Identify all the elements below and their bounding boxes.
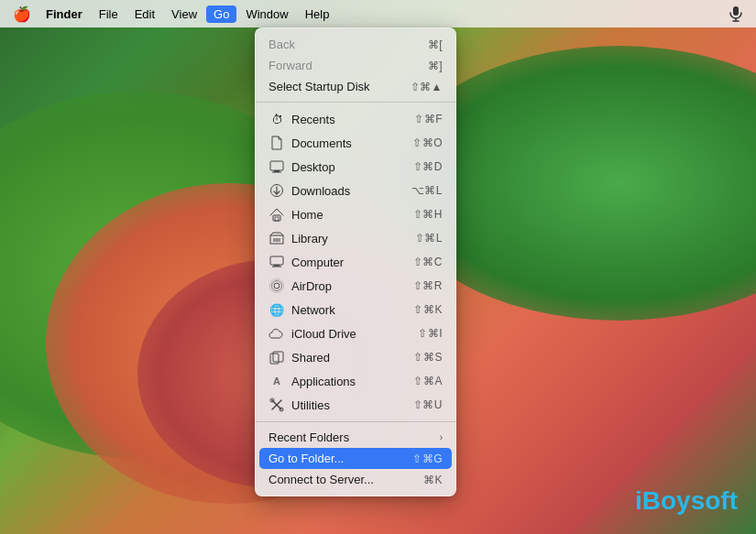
desktop-icon: [268, 158, 285, 175]
menu-item-computer[interactable]: Computer ⇧⌘C: [256, 250, 455, 274]
edit-menu[interactable]: Edit: [127, 5, 162, 23]
menu-item-library[interactable]: Library ⇧⌘L: [256, 226, 455, 250]
back-shortcut: ⌘[: [428, 38, 443, 51]
finder-menu[interactable]: Finder: [38, 5, 90, 23]
applications-icon: A: [268, 373, 285, 389]
menu-item-documents[interactable]: Documents ⇧⌘O: [256, 131, 455, 155]
svg-rect-0: [733, 6, 739, 16]
menu-item-shared[interactable]: Shared ⇧⌘S: [256, 345, 455, 369]
divider-1: [256, 102, 455, 103]
home-shortcut: ⇧⌘H: [413, 208, 443, 221]
view-menu[interactable]: View: [164, 5, 204, 23]
svg-rect-9: [275, 217, 279, 221]
menu-item-home[interactable]: Home ⇧⌘H: [256, 202, 455, 226]
connect-server-shortcut: ⌘K: [423, 474, 443, 486]
menu-section-navigation: Back ⌘[ Forward ⌘] Select Startup Disk ⇧…: [256, 32, 455, 99]
menu-item-startup-disk[interactable]: Select Startup Disk ⇧⌘▲: [256, 76, 455, 97]
documents-shortcut: ⇧⌘O: [412, 136, 443, 149]
documents-icon: [268, 135, 285, 151]
utilities-shortcut: ⇧⌘U: [413, 398, 443, 411]
window-menu[interactable]: Window: [238, 5, 295, 23]
go-menu[interactable]: Go: [206, 5, 236, 23]
iboysoft-watermark: iBoysoft: [635, 486, 738, 516]
desktop-label: Desktop: [291, 160, 413, 174]
divider-2: [256, 421, 455, 422]
computer-label: Computer: [291, 256, 413, 269]
svg-point-17: [272, 281, 282, 291]
downloads-label: Downloads: [291, 184, 411, 198]
mic-icon[interactable]: [723, 4, 749, 24]
svg-rect-8: [273, 215, 280, 221]
svg-rect-13: [270, 256, 283, 265]
menu-item-icloud[interactable]: iCloud Drive ⇧⌘I: [256, 321, 455, 345]
go-dropdown-menu: Back ⌘[ Forward ⌘] Select Startup Disk ⇧…: [255, 27, 456, 496]
recents-icon: ⏱: [268, 111, 285, 127]
help-menu[interactable]: Help: [298, 5, 337, 23]
utilities-label: Utilities: [291, 398, 413, 412]
forward-label: Forward: [268, 59, 428, 72]
svg-point-16: [274, 283, 279, 289]
library-icon: [268, 230, 285, 246]
forward-shortcut: ⌘]: [428, 60, 443, 72]
menu-item-utilities[interactable]: Utilities ⇧⌘U: [256, 393, 455, 417]
menu-item-desktop[interactable]: Desktop ⇧⌘D: [256, 155, 455, 179]
menu-item-network[interactable]: 🌐 Network ⇧⌘K: [256, 298, 455, 321]
menu-item-back[interactable]: Back ⌘[: [256, 34, 455, 55]
menu-section-places: ⏱ Recents ⇧⌘F Documents ⇧⌘O Desktop ⇧⌘D …: [256, 105, 455, 419]
network-label: Network: [291, 303, 413, 317]
shared-label: Shared: [291, 351, 413, 365]
downloads-icon: [268, 182, 285, 199]
documents-label: Documents: [291, 136, 412, 150]
home-label: Home: [291, 208, 413, 222]
utilities-icon: [268, 397, 285, 413]
icloud-icon: [268, 325, 285, 342]
file-menu[interactable]: File: [92, 5, 126, 23]
icloud-shortcut: ⇧⌘I: [418, 327, 443, 340]
network-icon: 🌐: [268, 301, 285, 318]
recent-folders-label: Recent Folders: [268, 430, 440, 444]
menu-item-recents[interactable]: ⏱ Recents ⇧⌘F: [256, 107, 455, 131]
startup-disk-shortcut: ⇧⌘▲: [411, 81, 443, 93]
menu-item-go-to-folder[interactable]: Go to Folder... ⇧⌘G: [259, 448, 452, 469]
shared-icon: [268, 349, 285, 365]
applications-shortcut: ⇧⌘A: [413, 375, 443, 387]
menu-item-downloads[interactable]: Downloads ⌥⌘L: [256, 179, 455, 202]
apple-menu[interactable]: 🍎: [7, 4, 37, 25]
menu-section-more: Recent Folders › Go to Folder... ⇧⌘G Con…: [256, 425, 455, 492]
airdrop-label: AirDrop: [291, 279, 413, 293]
computer-shortcut: ⇧⌘C: [413, 256, 443, 268]
menu-item-recent-folders[interactable]: Recent Folders ›: [256, 427, 455, 448]
airdrop-icon: [268, 278, 285, 294]
network-shortcut: ⇧⌘K: [413, 303, 443, 316]
menubar: 🍎 Finder File Edit View Go Window Help: [0, 0, 756, 27]
menu-item-connect-server[interactable]: Connect to Server... ⌘K: [256, 469, 455, 490]
home-icon: [268, 206, 285, 223]
submenu-arrow: ›: [440, 432, 443, 442]
shared-shortcut: ⇧⌘S: [413, 351, 443, 364]
recents-label: Recents: [291, 113, 414, 126]
desktop-shortcut: ⇧⌘D: [413, 160, 443, 173]
startup-disk-label: Select Startup Disk: [268, 80, 411, 93]
back-label: Back: [268, 38, 428, 51]
library-label: Library: [291, 232, 415, 245]
library-shortcut: ⇧⌘L: [415, 232, 443, 245]
svg-rect-3: [270, 161, 283, 170]
applications-label: Applications: [291, 375, 413, 388]
go-to-folder-shortcut: ⇧⌘G: [412, 452, 443, 465]
downloads-shortcut: ⌥⌘L: [411, 184, 443, 197]
icloud-label: iCloud Drive: [291, 327, 418, 341]
connect-server-label: Connect to Server...: [268, 473, 423, 486]
svg-rect-14: [274, 265, 279, 267]
menu-item-applications[interactable]: A Applications ⇧⌘A: [256, 369, 455, 393]
menu-item-airdrop[interactable]: AirDrop ⇧⌘R: [256, 274, 455, 298]
menu-item-forward[interactable]: Forward ⌘]: [256, 55, 455, 76]
airdrop-shortcut: ⇧⌘R: [413, 279, 443, 292]
go-to-folder-label: Go to Folder...: [268, 452, 412, 465]
computer-icon: [268, 254, 285, 270]
recents-shortcut: ⇧⌘F: [414, 113, 443, 125]
